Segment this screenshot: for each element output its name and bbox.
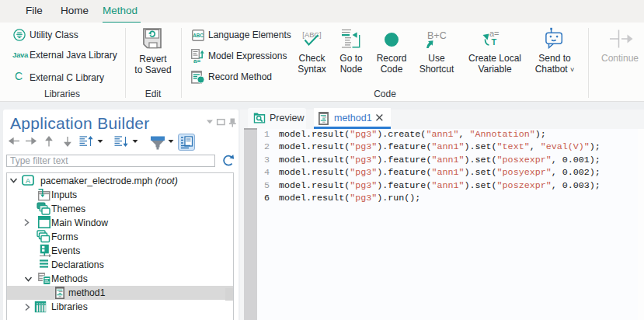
svg-text:T: T <box>492 37 497 47</box>
svg-text:A: A <box>26 177 30 185</box>
svg-text:B+C: B+C <box>427 30 447 41</box>
svg-text:[ABC]: [ABC] <box>302 31 321 39</box>
svg-text:ABC: ABC <box>193 33 204 38</box>
svg-text:a=: a= <box>193 57 200 64</box>
